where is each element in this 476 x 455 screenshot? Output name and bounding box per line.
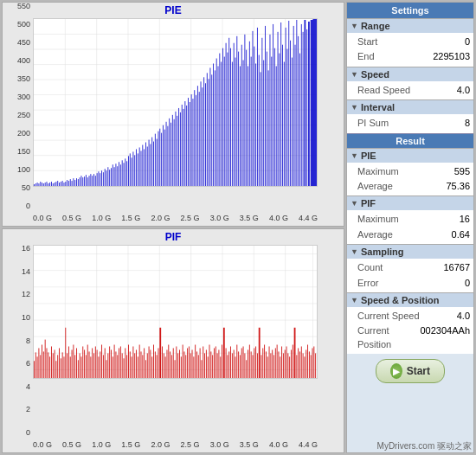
- read-speed-label: Read Speed: [357, 84, 410, 97]
- pie-x-axis: 0.0 G 0.5 G 1.0 G 1.5 G 2.0 G 2.5 G 3.0 …: [33, 210, 318, 226]
- svg-rect-159: [254, 47, 254, 186]
- svg-rect-155: [248, 66, 248, 186]
- svg-rect-388: [312, 348, 313, 378]
- svg-rect-45: [74, 180, 75, 186]
- svg-rect-332: [222, 345, 222, 378]
- pif-y-axis: 16 14 12 10 8 6 4 2 0: [3, 245, 33, 452]
- svg-rect-387: [311, 355, 312, 378]
- speed-pos-section-header[interactable]: ▼ Speed & Position: [347, 292, 473, 307]
- pif-chart-area: [33, 245, 318, 379]
- svg-rect-71: [115, 163, 116, 186]
- svg-rect-244: [82, 346, 83, 378]
- sampling-collapse-icon: ▼: [351, 247, 358, 256]
- svg-rect-223: [49, 356, 50, 378]
- svg-rect-355: [259, 328, 261, 378]
- svg-rect-82: [132, 151, 133, 186]
- interval-section-header[interactable]: ▼ Interval: [347, 99, 473, 114]
- sampling-section-header[interactable]: ▼ Sampling: [347, 244, 473, 259]
- read-speed-value: 4.0: [457, 84, 470, 97]
- svg-rect-130: [209, 79, 209, 186]
- range-section-header[interactable]: ▼ Range: [347, 18, 473, 33]
- svg-rect-50: [82, 177, 83, 186]
- svg-rect-386: [309, 351, 310, 378]
- svg-rect-20: [35, 183, 36, 186]
- svg-rect-193: [308, 22, 310, 186]
- current-pos-label: Current Position: [357, 324, 421, 351]
- svg-rect-141: [226, 43, 227, 186]
- svg-rect-333: [223, 328, 225, 378]
- pif-max-row: Maximum 16: [357, 212, 470, 227]
- svg-rect-286: [149, 346, 150, 378]
- svg-rect-335: [227, 355, 228, 378]
- read-speed-row: Read Speed 4.0: [357, 83, 470, 98]
- start-button[interactable]: ▶ Start: [376, 359, 445, 383]
- svg-rect-293: [159, 328, 161, 378]
- speed-pos-content: Current Speed 4.0 Current Position 00230…: [347, 307, 473, 354]
- svg-rect-279: [138, 356, 138, 378]
- svg-rect-325: [210, 351, 211, 378]
- svg-rect-253: [97, 349, 98, 378]
- svg-rect-312: [190, 353, 191, 378]
- svg-rect-233: [65, 328, 66, 378]
- svg-rect-112: [180, 112, 181, 186]
- svg-rect-221: [47, 348, 48, 378]
- svg-rect-236: [70, 356, 71, 378]
- svg-rect-152: [243, 61, 244, 186]
- svg-rect-192: [306, 29, 307, 186]
- svg-rect-309: [185, 355, 186, 378]
- pif-avg-row: Average 0.64: [357, 228, 470, 242]
- svg-rect-383: [304, 356, 305, 378]
- svg-rect-70: [114, 167, 115, 186]
- svg-rect-36: [61, 182, 61, 186]
- svg-rect-108: [174, 119, 175, 186]
- svg-rect-371: [285, 349, 286, 378]
- svg-rect-47: [78, 179, 79, 186]
- pif-result-section-header[interactable]: ▼ PIF: [347, 195, 473, 210]
- svg-rect-164: [261, 38, 262, 186]
- svg-rect-87: [141, 151, 142, 186]
- svg-rect-262: [111, 349, 112, 378]
- svg-rect-19: [34, 184, 35, 186]
- speed-section-header[interactable]: ▼ Speed: [347, 67, 473, 81]
- svg-rect-274: [130, 351, 131, 378]
- svg-rect-376: [293, 345, 293, 378]
- svg-rect-273: [128, 345, 129, 378]
- svg-rect-370: [283, 353, 284, 378]
- svg-rect-60: [98, 171, 99, 186]
- svg-rect-133: [213, 63, 214, 186]
- svg-rect-252: [95, 346, 96, 378]
- svg-rect-131: [209, 67, 210, 186]
- svg-rect-235: [68, 346, 69, 378]
- svg-rect-29: [49, 183, 50, 186]
- start-button-label: Start: [407, 365, 430, 377]
- svg-rect-84: [136, 149, 137, 186]
- svg-rect-121: [194, 90, 195, 186]
- svg-rect-331: [220, 356, 221, 378]
- svg-rect-263: [113, 356, 113, 378]
- svg-rect-58: [95, 176, 96, 186]
- svg-rect-241: [78, 360, 79, 378]
- svg-rect-218: [42, 345, 42, 378]
- interval-collapse-icon: ▼: [351, 103, 358, 112]
- svg-rect-373: [287, 353, 288, 378]
- svg-rect-362: [270, 353, 271, 378]
- svg-rect-255: [100, 351, 100, 378]
- svg-rect-117: [188, 98, 189, 186]
- pif-result-collapse-icon: ▼: [351, 199, 358, 208]
- range-start-value: 0: [465, 35, 470, 48]
- svg-rect-348: [248, 349, 248, 378]
- pie-result-section-header[interactable]: ▼ PIE: [347, 148, 473, 163]
- svg-rect-390: [315, 353, 316, 378]
- svg-rect-143: [228, 38, 229, 186]
- svg-rect-239: [74, 355, 75, 378]
- svg-rect-249: [90, 356, 91, 378]
- svg-rect-103: [166, 122, 167, 186]
- svg-rect-317: [198, 355, 199, 378]
- svg-rect-224: [51, 346, 52, 378]
- svg-rect-294: [162, 346, 163, 378]
- svg-rect-98: [158, 131, 159, 186]
- svg-rect-378: [296, 355, 297, 378]
- range-end-value: 2295103: [433, 50, 470, 63]
- svg-rect-315: [195, 345, 196, 378]
- svg-rect-127: [203, 77, 204, 186]
